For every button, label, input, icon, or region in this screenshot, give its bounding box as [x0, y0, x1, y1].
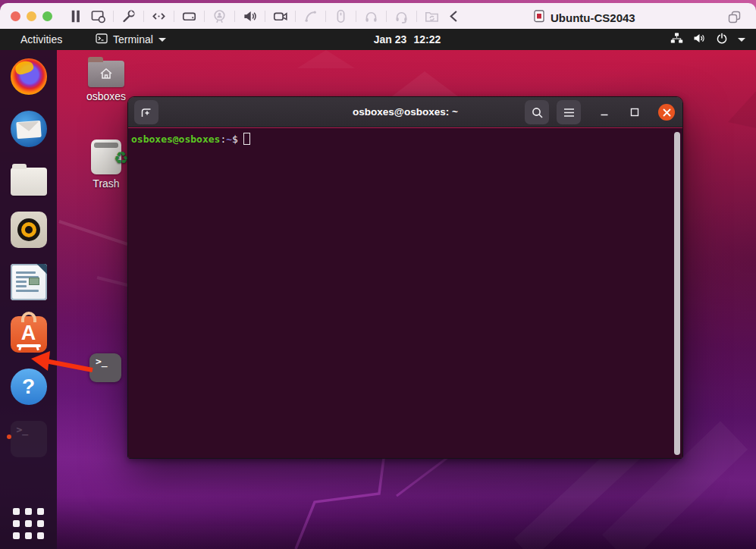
drive-icon[interactable]: [181, 8, 197, 24]
toolbar-separator: [174, 11, 174, 22]
toolbar-separator: [295, 11, 296, 22]
dock-item-libreoffice-writer[interactable]: [11, 264, 47, 300]
activities-button[interactable]: Activities: [20, 29, 62, 50]
code-icon[interactable]: [151, 8, 167, 24]
desktop-icon-trash[interactable]: ♻ Trash: [79, 140, 133, 190]
annotation-arrow: [29, 347, 102, 381]
software-letter: A: [11, 322, 47, 345]
desktop-icon-home[interactable]: osboxes: [79, 61, 133, 102]
screenshot-display-icon[interactable]: [90, 8, 106, 24]
terminal-cursor: [243, 133, 250, 145]
dock-item-terminal-starting[interactable]: >_: [11, 421, 47, 457]
dock-item-firefox[interactable]: [11, 58, 47, 95]
power-icon: [716, 33, 728, 47]
prompt-path: ~: [226, 133, 232, 145]
screen: Ubuntu-CS2043 Activities Terminal Jan 23…: [0, 0, 756, 549]
terminal-window: osboxes@osboxes: ~ osboxes@osboxes:~$: [127, 96, 683, 459]
vm-window-titlebar: Ubuntu-CS2043: [0, 3, 756, 29]
vm-title: Ubuntu-CS2043: [551, 11, 635, 24]
new-tab-button[interactable]: [134, 100, 158, 124]
minimize-button[interactable]: [596, 104, 613, 121]
toolbar-separator: [325, 11, 326, 22]
clock[interactable]: Jan 23 12:22: [374, 29, 441, 50]
bag-handle: [21, 312, 36, 322]
speaker-icon[interactable]: [242, 8, 258, 24]
clock-time: 12:22: [413, 29, 441, 50]
chevron-left-icon[interactable]: [447, 8, 463, 24]
chevron-down-icon: [738, 38, 745, 42]
search-button[interactable]: [525, 100, 549, 124]
wrench-icon[interactable]: [121, 8, 136, 24]
dock-item-thunderbird[interactable]: [11, 111, 47, 147]
prompt-user-host: osboxes@osboxes: [131, 133, 220, 145]
dock: A ? >_: [0, 50, 57, 549]
terminal-titlebar[interactable]: osboxes@osboxes: ~: [128, 97, 682, 127]
toolbar-separator: [356, 11, 356, 22]
close-window-button[interactable]: [11, 11, 20, 21]
toolbar-separator: [113, 11, 114, 22]
terminal-content[interactable]: osboxes@osboxes:~$: [128, 128, 682, 458]
vm-icon: [533, 10, 545, 25]
toolbar-separator: [265, 11, 265, 22]
mouse-icon[interactable]: [333, 8, 349, 24]
zoom-window-button[interactable]: [42, 11, 52, 21]
toolbar-separator: [416, 11, 417, 22]
system-tray[interactable]: [670, 29, 745, 50]
running-indicator-dot: [7, 434, 11, 439]
pause-icon[interactable]: [67, 8, 83, 24]
trash-icon: ♻: [91, 140, 121, 174]
vm-toolbar: [67, 8, 463, 24]
app-menu-label: Terminal: [113, 33, 153, 45]
app-menu-terminal[interactable]: Terminal: [96, 29, 166, 50]
minimize-window-button[interactable]: [27, 11, 36, 21]
show-applications-button[interactable]: [11, 505, 47, 541]
toolbar-separator: [143, 11, 144, 22]
network-icon: [670, 33, 683, 46]
desktop-icon-label: Trash: [79, 177, 133, 190]
terminal-mini-icon: [96, 33, 108, 46]
envelope-icon: [16, 121, 41, 139]
gnome-top-bar: Activities Terminal Jan 23 12:22: [0, 29, 756, 50]
toolbar-separator: [204, 11, 205, 22]
prompt-symbol: $: [232, 133, 238, 145]
dock-item-rhythmbox[interactable]: [11, 212, 47, 248]
toolbar-separator: [234, 11, 235, 22]
terminal-glyph: >_: [17, 424, 29, 435]
phone-icon[interactable]: [303, 8, 318, 24]
desktop-icon-label: osboxes: [79, 90, 133, 102]
shared-folder-icon[interactable]: [424, 8, 440, 24]
hamburger-menu-button[interactable]: [557, 100, 581, 124]
copy-windows-icon[interactable]: [728, 11, 741, 27]
toolbar-separator: [386, 11, 387, 22]
home-folder-icon: [88, 61, 124, 87]
dock-item-files[interactable]: [11, 168, 47, 196]
terminal-scrollbar[interactable]: [674, 132, 680, 455]
close-button[interactable]: [658, 104, 675, 121]
clock-date: Jan 23: [374, 29, 407, 50]
vm-title-group: Ubuntu-CS2043: [533, 6, 635, 29]
headphones-icon[interactable]: [363, 8, 379, 24]
image-placeholder-icon: [29, 278, 39, 285]
volume-icon: [693, 33, 706, 46]
chevron-down-icon: [158, 38, 166, 42]
prompt-line: osboxes@osboxes:~$: [131, 133, 681, 145]
webcam-person-icon[interactable]: [212, 8, 227, 24]
video-camera-icon[interactable]: [272, 8, 288, 24]
headset-mic-icon[interactable]: [394, 8, 409, 24]
maximize-button[interactable]: [626, 104, 643, 121]
traffic-lights: [11, 11, 52, 21]
